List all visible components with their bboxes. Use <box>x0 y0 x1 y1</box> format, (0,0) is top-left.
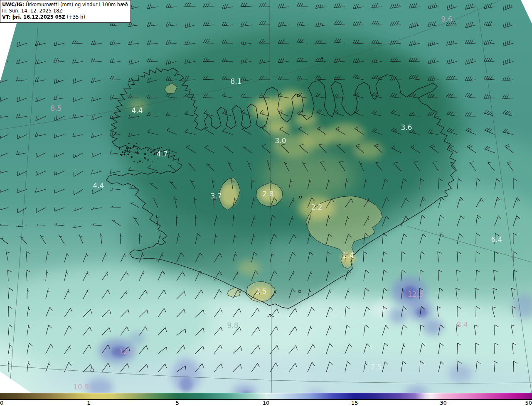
colorbar-tick-label: 50 <box>525 400 532 406</box>
small-island-dot <box>268 316 269 318</box>
title-box: UWC/IG: Úrkomumætti (mm) og vindur i 100… <box>0 0 131 23</box>
island-speckle <box>153 147 154 147</box>
precip-shade-blob <box>353 141 383 159</box>
precip-value-label: 2.2 <box>311 203 322 211</box>
precip-value-label: 7.5 <box>370 363 382 371</box>
island-speckle <box>132 154 132 155</box>
forecast-lead: (+35 h) <box>67 14 85 20</box>
island-speckle <box>137 151 138 152</box>
island-speckle <box>126 155 127 156</box>
island-speckle <box>143 161 143 162</box>
precip-value-label: 3.6 <box>401 123 412 132</box>
island-speckle <box>124 152 126 154</box>
precip-value-label: 10.9 <box>73 383 89 391</box>
island-speckle <box>138 149 138 150</box>
weather-map-canvas: 8.54.48.19.63.63.04.74.43.72.82.26.42.43… <box>0 0 532 406</box>
title-line-valid: VT: þri. 16.12.2025 05Z (+35 h) <box>2 14 128 20</box>
colorbar-gradient <box>0 393 532 400</box>
island-speckle <box>144 157 145 158</box>
colorbar-tick-label: 15 <box>351 400 358 406</box>
precip-value-label: 3.5 <box>255 287 266 296</box>
island-speckle <box>129 152 130 153</box>
colorbar-labels: 01510153050 <box>0 400 532 406</box>
island-speckle <box>150 152 152 153</box>
model-name: UWC/IG: <box>2 2 24 7</box>
map-layers: 8.54.48.19.63.63.04.74.43.72.82.26.42.43… <box>0 0 532 406</box>
precip-value-label: 9.8 <box>227 321 238 330</box>
island-speckle <box>123 154 125 156</box>
island-speckle <box>127 149 128 151</box>
island-speckle <box>152 161 153 162</box>
precip-value-label: 4.4 <box>131 106 143 115</box>
island-speckle <box>137 162 138 163</box>
island-speckle <box>126 151 128 152</box>
precip-value-label: 4.7 <box>156 150 167 158</box>
island-speckle <box>126 154 126 155</box>
island-speckle <box>122 151 123 153</box>
island-speckle <box>144 153 146 155</box>
init-time: IT: Sun. 14. 12. 2025 18Z <box>2 8 128 14</box>
island-speckle <box>144 158 145 159</box>
island-speckle <box>126 147 128 149</box>
precip-shade-blob <box>416 308 427 317</box>
island-speckle <box>131 156 133 158</box>
precip-value-label: 2.8 <box>262 190 273 198</box>
island-speckle <box>136 143 137 144</box>
island-speckle <box>148 159 149 161</box>
precip-value-label: 8.5 <box>50 104 62 113</box>
island-speckle <box>153 154 154 155</box>
product-subtitle: Úrkomumætti (mm) og vindur i 100m hæð <box>26 2 128 7</box>
island-speckle <box>148 156 148 156</box>
small-island-dot <box>273 316 274 317</box>
precip-value-label: 8.1 <box>230 77 241 86</box>
colorbar-tick-label: 10 <box>263 400 270 406</box>
precip-value-label: 3.0 <box>275 137 286 145</box>
colorbar-tick-label: 0 <box>0 400 3 406</box>
island-speckle <box>137 148 138 149</box>
precip-value-label: 9.6 <box>441 15 452 23</box>
island-speckle <box>154 157 155 157</box>
precip-value-label: 12.2 <box>119 347 135 356</box>
island-speckle <box>146 159 146 159</box>
precip-value-label: 4.4 <box>93 181 104 190</box>
colorbar-tick-label: 30 <box>440 400 447 406</box>
valid-time: VT: þri. 16.12.2025 05Z <box>2 14 65 20</box>
island-speckle <box>121 149 122 150</box>
precip-value-label: 6.4 <box>491 235 502 244</box>
island-speckle <box>120 154 121 155</box>
colorbar-tick-label: 1 <box>87 400 90 406</box>
colorbar-tick-label: 5 <box>175 400 179 406</box>
island-speckle <box>141 157 142 158</box>
precip-shade-blob <box>129 332 145 345</box>
colorbar: 01510153050 <box>0 393 532 406</box>
precip-shade-blob <box>327 123 365 144</box>
island-speckle <box>161 147 162 148</box>
island-speckle <box>142 154 142 154</box>
island-speckle <box>133 161 134 162</box>
precip-value-label: 2.4 <box>342 251 354 259</box>
island-speckle <box>119 148 121 150</box>
precip-shade-blob <box>389 307 407 324</box>
island-speckle <box>157 158 158 159</box>
title-line-product: UWC/IG: Úrkomumætti (mm) og vindur i 100… <box>2 2 128 8</box>
island-speckle <box>121 154 123 156</box>
island-speckle <box>137 153 138 154</box>
island-speckle <box>124 150 126 152</box>
island-speckle <box>136 149 137 150</box>
precip-value-label: 3.7 <box>210 192 222 200</box>
island-speckle <box>127 154 129 155</box>
precip-shade-blob <box>294 112 317 127</box>
island-speckle <box>142 148 143 148</box>
small-island-dot <box>269 314 271 316</box>
island-speckle <box>128 143 130 144</box>
island-speckle <box>139 161 141 162</box>
precip-value-label: 8.4 <box>456 320 468 329</box>
weather-chart-page: 8.54.48.19.63.63.04.74.43.72.82.26.42.43… <box>0 0 532 406</box>
precip-value-label: 12.5 <box>408 290 424 298</box>
island-speckle <box>154 153 155 155</box>
